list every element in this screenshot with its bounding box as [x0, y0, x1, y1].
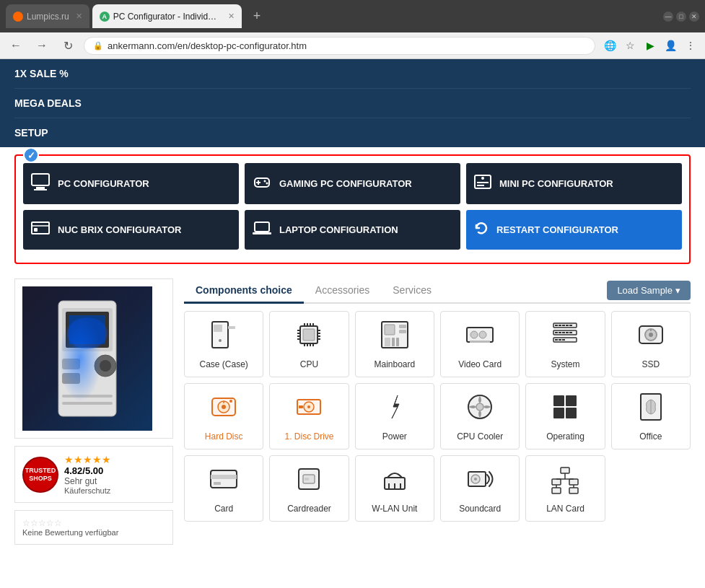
trust-stars: ★★★★★: [64, 454, 111, 465]
svg-rect-68: [555, 332, 558, 333]
component-hard-disc[interactable]: Hard Disc: [184, 383, 263, 449]
card-icon: [188, 463, 259, 499]
svg-point-58: [470, 331, 478, 338]
translate-icon[interactable]: 🌐: [601, 37, 618, 54]
forward-button[interactable]: →: [32, 35, 52, 56]
nuc-icon: [30, 220, 51, 240]
component-cpu[interactable]: CPU: [269, 311, 349, 377]
svg-rect-10: [477, 182, 489, 183]
nav-menu: 1X SALE % MEGA DEALS SETUP: [0, 59, 705, 147]
svg-rect-56: [399, 330, 406, 333]
video-card-icon: [445, 319, 515, 355]
tab-lumpics-close[interactable]: ✕: [76, 12, 82, 21]
component-lan-card[interactable]: LAN Card: [525, 455, 605, 522]
laptop-configuration-button[interactable]: LAPTOP CONFIGURATION: [245, 210, 460, 250]
system-label: System: [530, 359, 600, 369]
tab-ankermann-close[interactable]: ✕: [228, 12, 235, 21]
ssd-icon: [616, 319, 686, 355]
profile-icon[interactable]: 👤: [662, 37, 679, 54]
cardreader-label: Cardreader: [273, 504, 344, 514]
cpu-icon: [273, 319, 344, 355]
component-wlan[interactable]: W-LAN Unit: [355, 455, 434, 522]
menu-icon[interactable]: ⋮: [682, 37, 699, 54]
svg-rect-12: [32, 222, 49, 234]
component-system[interactable]: System: [525, 311, 605, 377]
svg-rect-31: [228, 326, 235, 329]
svg-rect-2: [34, 189, 47, 190]
lumpics-favicon: [13, 12, 23, 22]
svg-rect-95: [566, 408, 577, 418]
component-office[interactable]: Office: [611, 383, 691, 449]
component-power[interactable]: Power: [355, 383, 434, 449]
pc-configurator-button[interactable]: PC CONFIGURATOR: [23, 163, 239, 204]
nav-sale[interactable]: 1X SALE %: [14, 59, 691, 89]
svg-rect-76: [562, 339, 565, 341]
url-text: ankermann.com/en/desktop-pc-configurator…: [108, 40, 307, 51]
new-tab-button[interactable]: +: [245, 4, 270, 28]
restart-configurator-button[interactable]: RESTART CONFIGURATOR: [466, 210, 682, 250]
tab-ankermann[interactable]: A PC Configurator - Individual cust... ✕: [92, 4, 242, 28]
component-cpu-cooler[interactable]: CPU Cooler: [440, 383, 520, 449]
svg-rect-114: [569, 488, 578, 493]
office-label: Office: [616, 431, 686, 442]
gaming-pc-configurator-button[interactable]: GAMING PC CONFIGURATOR: [245, 163, 460, 204]
trust-badge: TRUSTEDSHOPS ★★★★★ 4.82/5.00 Sehr gut Kä…: [14, 446, 173, 503]
close-button[interactable]: ✕: [689, 12, 699, 22]
extensions-icon[interactable]: ▶: [641, 37, 659, 54]
soundcard-label: Soundcard: [445, 504, 515, 514]
svg-rect-51: [385, 325, 395, 335]
operating-label: Operating: [530, 431, 600, 442]
nav-setup[interactable]: SETUP: [14, 118, 691, 147]
laptop-icon: [252, 220, 272, 240]
power-icon: [359, 391, 430, 427]
component-operating[interactable]: Operating: [525, 383, 605, 449]
wlan-icon: [359, 463, 430, 499]
load-sample-label: Load Sample: [617, 285, 673, 296]
maximize-button[interactable]: □: [676, 12, 686, 22]
tab-components-choice[interactable]: Components choice: [184, 278, 304, 304]
component-case[interactable]: Case (Case): [184, 311, 263, 377]
disc-drive-label: 1. Disc Drive: [273, 431, 344, 442]
svg-rect-112: [569, 479, 578, 485]
svg-rect-94: [553, 408, 564, 418]
minimize-button[interactable]: —: [663, 12, 673, 22]
load-sample-button[interactable]: Load Sample ▾: [607, 281, 691, 300]
restart-configurator-label: RESTART CONFIGURATOR: [496, 224, 618, 235]
case-icon: [188, 319, 259, 355]
component-card[interactable]: Card: [184, 455, 263, 522]
tab-accessories[interactable]: Accessories: [304, 278, 381, 304]
svg-rect-110: [561, 468, 569, 473]
component-cardreader[interactable]: Cardreader: [269, 455, 349, 522]
tab-services[interactable]: Services: [381, 278, 443, 304]
refresh-button[interactable]: ↻: [58, 35, 78, 56]
svg-rect-53: [392, 338, 395, 346]
nav-mega-deals[interactable]: MEGA DEALS: [14, 89, 691, 118]
tab-lumpics[interactable]: Lumpics.ru ✕: [6, 4, 89, 28]
pc-image-box: [14, 278, 173, 439]
svg-point-109: [474, 478, 477, 481]
pc-image: [22, 286, 152, 431]
svg-rect-26: [62, 402, 113, 405]
bookmark-icon[interactable]: ☆: [621, 37, 639, 54]
component-mainboard[interactable]: Mainboard: [355, 311, 434, 377]
tab-ankermann-label: PC Configurator - Individual cust...: [113, 12, 222, 22]
component-disc-drive[interactable]: 1. Disc Drive: [269, 383, 349, 449]
component-soundcard[interactable]: Soundcard: [440, 455, 520, 522]
url-input-box[interactable]: 🔒 ankermann.com/en/desktop-pc-configurat…: [84, 37, 595, 55]
trust-grade: Sehr gut: [64, 476, 111, 486]
mini-pc-configurator-button[interactable]: MINI PC CONFIGURATOR: [466, 163, 682, 204]
pc-icon: [30, 173, 51, 194]
component-video-card[interactable]: Video Card: [440, 311, 520, 377]
component-ssd[interactable]: SSD: [611, 311, 691, 377]
back-button[interactable]: ←: [6, 35, 26, 56]
ssl-lock-icon: 🔒: [93, 41, 103, 51]
page-content: 1X SALE % MEGA DEALS SETUP ✓ PC CONFIGUR…: [0, 59, 705, 588]
configurator-section: ✓ PC CONFIGURATOR GAMING PC CONFIGURATOR…: [14, 154, 691, 264]
svg-point-88: [307, 405, 310, 408]
svg-rect-0: [32, 174, 49, 185]
nuc-brix-configurator-button[interactable]: NUC BRIX CONFIGURATOR: [23, 210, 239, 250]
svg-rect-64: [562, 325, 565, 326]
office-icon: [616, 391, 686, 427]
svg-rect-63: [559, 325, 561, 326]
ankermann-favicon: A: [100, 12, 110, 22]
